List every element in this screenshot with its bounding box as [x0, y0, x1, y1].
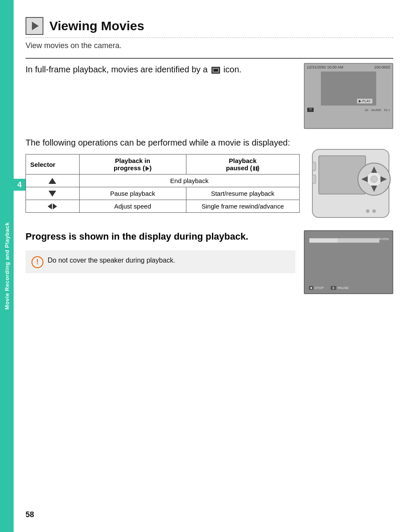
section-icon	[26, 17, 43, 35]
screen-center: ▶ PLAY	[321, 72, 376, 106]
screen-bottom-bar: 🎬 ±0 iso400 f/z ▪	[305, 106, 392, 113]
progress-time: 0m59s	[379, 237, 389, 241]
progress-bar-fill	[309, 238, 337, 243]
camera-dial-svg	[308, 137, 393, 222]
stop-icon: ■	[309, 286, 313, 290]
arrow-right-icon	[53, 203, 57, 209]
warning-box: ! Do not cover the speaker during playba…	[26, 250, 295, 273]
operations-intro: The following operations can be performe…	[26, 137, 300, 149]
pause-playback-cell: Pause playback	[79, 187, 186, 200]
table-row: Adjust speed Single frame rewind/advance	[26, 200, 300, 213]
progress-text-area: Progress is shown in the display during …	[26, 230, 295, 273]
section-divider	[26, 58, 393, 59]
single-frame-cell: Single frame rewind/advance	[186, 200, 299, 213]
svg-rect-10	[312, 175, 316, 183]
svg-point-8	[371, 176, 377, 183]
playback-screen-bottom: ■ STOP ⏸ PAUSE	[309, 286, 349, 290]
col-header-progress: Playback in progress ()	[79, 154, 186, 174]
adjust-speed-cell: Adjust speed	[79, 200, 186, 213]
pause-button: ⏸ PAUSE	[331, 286, 349, 290]
operations-section: The following operations can be performe…	[26, 137, 393, 222]
svg-rect-9	[312, 162, 316, 171]
table-header-row: Selector Playback in progress () Playbac…	[26, 154, 300, 174]
arrow-down-icon	[49, 191, 56, 197]
progress-bar-area	[309, 238, 380, 243]
col-header-paused: Playback paused ()	[186, 154, 299, 174]
play-icon	[32, 22, 39, 30]
col-paused-close: )	[257, 164, 260, 172]
col-progress-close: )	[149, 164, 152, 172]
stop-button: ■ STOP	[309, 286, 324, 290]
col-header-selector: Selector	[26, 154, 80, 174]
screen-top-bar: 12/31/2050 10:00 AM 100-0002	[305, 64, 392, 71]
selector-up	[26, 174, 80, 187]
sidebar: Movie Recording and Playback	[0, 0, 14, 532]
title-divider	[26, 37, 393, 38]
svg-point-12	[366, 209, 369, 213]
col-progress-label1: Playback in	[115, 157, 150, 164]
operations-left: The following operations can be performe…	[26, 137, 300, 213]
arrow-up-icon	[49, 178, 56, 184]
pause-icon: ⏸	[331, 286, 336, 290]
main-content: Viewing Movies View movies on the camera…	[26, 0, 393, 294]
page-title: Viewing Movies	[49, 19, 144, 33]
arrow-lr-icons	[30, 203, 75, 209]
warning-icon: !	[31, 256, 43, 268]
subtitle: View movies on the camera.	[26, 41, 393, 50]
playback-screen: 0m59s ■ STOP ⏸ PAUSE	[304, 230, 393, 294]
col-paused-label1: Playback	[229, 157, 257, 164]
table-row: End playback	[26, 174, 300, 187]
selector-down	[26, 187, 80, 200]
intro-text: In full-frame playback, movies are ident…	[26, 63, 295, 76]
camera-screen-top: 12/31/2050 10:00 AM 100-0002 ▶ PLAY 🎬 ±0…	[304, 63, 393, 129]
title-row: Viewing Movies	[26, 17, 393, 35]
progress-heading: Progress is shown in the display during …	[26, 230, 295, 243]
col-progress-label2: progress (	[114, 164, 145, 172]
chapter-badge: 4	[14, 179, 26, 191]
arrow-left-icon	[48, 203, 52, 209]
screen-bottom-info: ±0 iso400 f/z ▪	[365, 108, 390, 112]
play-label: ▶ PLAY	[357, 98, 373, 104]
table-row: Pause playback Start/resume playback	[26, 187, 300, 200]
camera-dial-image	[308, 137, 393, 222]
page-number: 58	[26, 510, 34, 519]
play-icon-header	[146, 166, 149, 171]
movie-badge: 🎬	[307, 108, 314, 112]
svg-point-11	[372, 209, 376, 213]
progress-section: Progress is shown in the display during …	[26, 230, 393, 294]
operations-table: Selector Playback in progress () Playbac…	[26, 154, 300, 213]
pause-icon-header	[253, 166, 257, 171]
selector-lr	[26, 200, 80, 213]
col-paused-label2: paused (	[226, 164, 252, 172]
resume-playback-cell: Start/resume playback	[186, 187, 299, 200]
sidebar-label: Movie Recording and Playback	[4, 222, 10, 309]
intro-section: In full-frame playback, movies are ident…	[26, 63, 393, 129]
warning-text: Do not cover the speaker during playback…	[48, 255, 175, 266]
end-playback-cell: End playback	[79, 174, 299, 187]
